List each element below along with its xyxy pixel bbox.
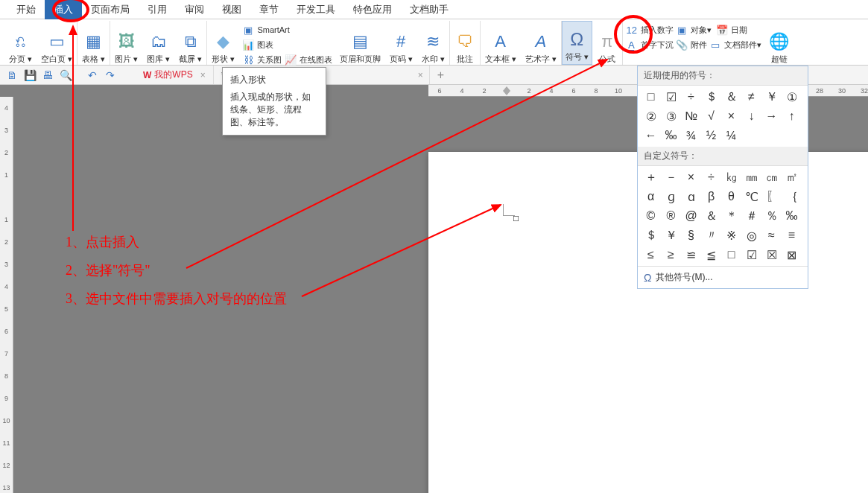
ribbon-blankpage[interactable]: ▭ 空白页 ▾ <box>37 21 77 65</box>
ribbon-pagebreak[interactable]: ⎌ 分页 ▾ <box>4 21 37 65</box>
relation-button[interactable]: ⛓关系图 📈在线图表 <box>239 52 335 67</box>
menu-chapter[interactable]: 章节 <box>250 0 288 19</box>
symbol-cell[interactable]: β <box>701 187 721 206</box>
symbol-cell[interactable]: □ <box>641 87 661 106</box>
symbol-cell[interactable]: × <box>721 106 741 126</box>
symbol-cell[interactable]: α <box>641 187 661 206</box>
symbol-cell[interactable]: ☒ <box>761 245 782 264</box>
ribbon-shapes[interactable]: ◆ 形状 ▾ <box>207 21 239 65</box>
symbol-cell[interactable]: ← <box>641 126 661 145</box>
symbol-cell[interactable]: 〖 <box>761 187 782 206</box>
symbol-cell[interactable]: ½ <box>701 126 721 145</box>
symbol-cell[interactable]: ‰ <box>782 206 802 226</box>
menu-devtools[interactable]: 开发工具 <box>288 0 344 19</box>
symbol-cell[interactable]: ① <box>782 87 802 106</box>
symbol-cell[interactable]: § <box>681 226 701 245</box>
symbol-cell[interactable]: ¾ <box>681 126 701 145</box>
symbol-cell[interactable]: ≥ <box>661 245 681 264</box>
symbol-cell[interactable]: ＄ <box>701 87 721 106</box>
symbol-cell[interactable]: ≌ <box>681 245 701 264</box>
symbol-cell[interactable]: ＆ <box>721 87 741 106</box>
symbol-cell[interactable]: ¼ <box>721 126 741 145</box>
symbol-cell[interactable]: ≠ <box>741 87 761 106</box>
menu-view[interactable]: 视图 <box>213 0 250 19</box>
smartart-button[interactable]: ▣SmartArt <box>239 22 335 37</box>
symbol-cell[interactable]: ＋ <box>641 168 661 187</box>
symbol-cell[interactable]: ＊ <box>721 206 741 226</box>
symbol-cell[interactable]: ㎝ <box>761 168 782 187</box>
symbol-cell[interactable]: ㎡ <box>782 168 802 187</box>
symbol-cell[interactable]: θ <box>721 187 741 206</box>
qat-print-icon[interactable]: 🖶 <box>40 68 55 83</box>
ribbon-symbol[interactable]: Ω 符号 ▾ <box>562 21 592 65</box>
symbol-cell[interactable]: － <box>661 168 681 187</box>
symbol-cell[interactable]: ↓ <box>741 106 761 126</box>
symbol-cell[interactable]: ￥ <box>661 226 681 245</box>
ribbon-picture[interactable]: 🖼 图片 ▾ <box>110 21 142 65</box>
symbol-cell[interactable]: ⊠ <box>782 245 802 264</box>
symbol-cell[interactable]: ÷ <box>681 87 701 106</box>
menu-review[interactable]: 审阅 <box>176 0 213 19</box>
symbol-cell[interactable]: ↑ <box>782 106 802 126</box>
symbol-cell[interactable]: ㎏ <box>721 168 741 187</box>
qat-redo-icon[interactable]: ↷ <box>103 68 118 83</box>
symbol-cell[interactable]: ɡ <box>661 187 681 206</box>
symbol-cell[interactable]: ☑ <box>661 87 681 106</box>
menu-pagelayout[interactable]: 页面布局 <box>82 0 139 19</box>
symbol-cell[interactable]: © <box>641 206 661 226</box>
symbol-cell[interactable]: ￥ <box>761 87 782 106</box>
symbol-cell[interactable]: ɑ <box>681 187 701 206</box>
symbol-cell[interactable]: ≦ <box>701 245 721 264</box>
ribbon-pagenumber[interactable]: # 页码 ▾ <box>385 21 417 65</box>
symbol-cell[interactable]: ※ <box>721 226 741 245</box>
tab-add[interactable]: + <box>430 69 452 82</box>
symbol-cell[interactable]: @ <box>681 206 701 226</box>
ribbon-headerfooter[interactable]: ▤ 页眉和页脚 <box>335 21 385 65</box>
ribbon-hyperlink[interactable]: 🌐 超链 <box>764 21 794 65</box>
symbol-cell[interactable]: ‰ <box>661 126 681 145</box>
symbol-cell[interactable]: ＃ <box>741 206 761 226</box>
qat-preview-icon[interactable]: 🔍 <box>58 68 73 83</box>
menu-start[interactable]: 开始 <box>7 0 45 19</box>
symbol-cell[interactable]: № <box>681 106 701 126</box>
ribbon-gallery[interactable]: 🗂 图库 ▾ <box>142 21 174 65</box>
tab-mywps[interactable]: W 我的WPS × <box>136 66 214 84</box>
symbol-cell[interactable]: √ <box>701 106 721 126</box>
symbol-cell[interactable]: ◎ <box>741 226 761 245</box>
ribbon-comment[interactable]: 🗨 批注 <box>450 21 481 65</box>
symbol-cell[interactable]: ③ <box>661 106 681 126</box>
symbol-cell[interactable]: ☑ <box>741 245 761 264</box>
symbol-cell[interactable]: ≤ <box>641 245 661 264</box>
symbol-cell[interactable]: ® <box>661 206 681 226</box>
symbol-cell[interactable]: ＄ <box>641 226 661 245</box>
tab-close-icon[interactable]: × <box>418 70 423 80</box>
ruler-indent-marker[interactable] <box>503 86 510 95</box>
symbol-cell[interactable]: ② <box>641 106 661 126</box>
qat-save-icon[interactable]: 💾 <box>22 68 37 83</box>
ribbon-screenshot[interactable]: ⧉ 截屏 ▾ <box>174 21 207 65</box>
menu-reference[interactable]: 引用 <box>139 0 176 19</box>
ribbon-watermark[interactable]: ≋ 水印 ▾ <box>417 21 450 65</box>
tab-close-icon[interactable]: × <box>200 70 206 80</box>
qat-new-icon[interactable]: 🗎 <box>4 68 19 83</box>
symbol-cell[interactable]: × <box>681 168 701 187</box>
symbol-cell[interactable]: ℃ <box>741 187 761 206</box>
symbol-cell[interactable]: □ <box>721 245 741 264</box>
ribbon-table[interactable]: ▦ 表格 ▾ <box>77 21 110 65</box>
ribbon-wordart[interactable]: A 艺术字 ▾ <box>521 21 562 65</box>
symbol-cell[interactable]: → <box>761 106 782 126</box>
symbol-more-button[interactable]: Ω 其他符号(M)... <box>638 266 808 288</box>
symbol-cell[interactable]: ㎜ <box>741 168 761 187</box>
chart-button[interactable]: 📊图表 <box>239 37 335 52</box>
menu-dochelper[interactable]: 文档助手 <box>401 0 457 19</box>
symbol-cell[interactable]: ＆ <box>701 206 721 226</box>
symbol-cell[interactable]: ％ <box>761 206 782 226</box>
symbol-cell[interactable]: ≈ <box>761 226 782 245</box>
qat-undo-icon[interactable]: ↶ <box>85 68 100 83</box>
symbol-cell[interactable]: ≡ <box>782 226 802 245</box>
symbol-cell[interactable]: ｛ <box>782 187 802 206</box>
menu-special[interactable]: 特色应用 <box>344 0 401 19</box>
ribbon-textbox[interactable]: A 文本框 ▾ <box>481 21 521 65</box>
symbol-cell[interactable]: ÷ <box>701 168 721 187</box>
symbol-cell[interactable]: 〃 <box>701 226 721 245</box>
